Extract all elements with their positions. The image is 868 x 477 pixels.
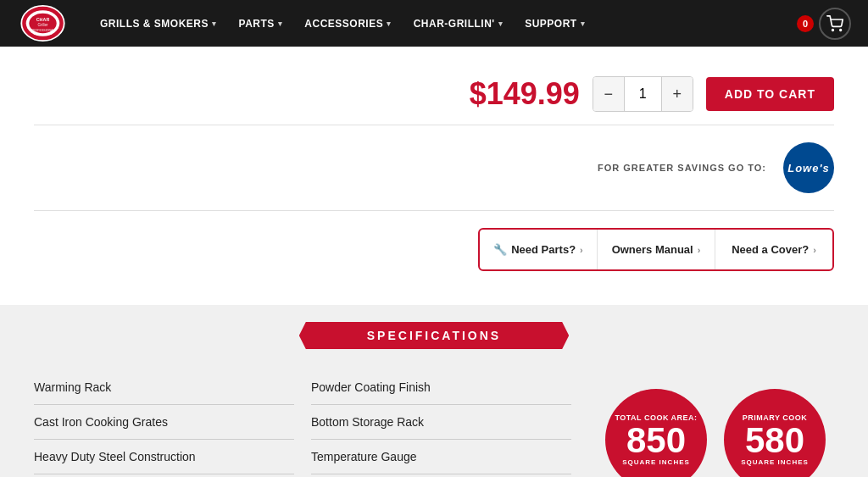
chevron-right-icon: › <box>698 245 701 255</box>
list-item: Warming Rack <box>34 370 294 405</box>
wrench-icon: 🔧 <box>493 243 507 256</box>
svg-text:Griller: Griller <box>37 23 48 27</box>
chevron-down-icon: ▾ <box>212 19 217 28</box>
owners-manual-link[interactable]: Owners Manual › <box>598 230 715 269</box>
circle-label-bottom: SQUARE INCHES <box>741 458 809 466</box>
add-to-cart-button[interactable]: ADD TO CART <box>706 77 834 111</box>
qty-input[interactable] <box>624 77 662 111</box>
nav-item-accessories[interactable]: ACCESSORIES ▾ <box>298 14 398 34</box>
list-item: Powder Coating Finish <box>311 370 571 405</box>
specs-circles: TOTAL COOK AREA: 850 SQUARE INCHES PRIMA… <box>588 370 834 477</box>
chevron-right-icon: › <box>580 245 583 255</box>
logo[interactable]: CHAR Griller PROFESSIONAL <box>17 3 68 45</box>
specs-section: SPECIFICATIONS Warming Rack Cast Iron Co… <box>0 305 868 477</box>
chevron-right-icon: › <box>813 245 816 255</box>
qty-decrease-button[interactable]: − <box>593 77 624 111</box>
circle-label-bottom: SQUARE INCHES <box>622 458 690 466</box>
circle-number: 580 <box>745 423 804 458</box>
purchase-row: $149.99 − + ADD TO CART <box>34 64 834 125</box>
lowes-logo[interactable]: Lowe's <box>783 142 834 193</box>
circle-number: 850 <box>626 423 686 458</box>
nav-item-char-grillin[interactable]: CHAR-GRILLIN' ▾ <box>407 14 510 34</box>
nav-item-grills[interactable]: GRILLS & SMOKERS ▾ <box>93 14 224 34</box>
chevron-down-icon: ▾ <box>581 19 586 28</box>
cart-button[interactable] <box>819 8 851 40</box>
quantity-control: − + <box>593 76 693 112</box>
specs-title: SPECIFICATIONS <box>299 322 569 349</box>
nav-links: GRILLS & SMOKERS ▾ PARTS ▾ ACCESSORIES ▾… <box>93 14 771 34</box>
navbar: CHAR Griller PROFESSIONAL GRILLS & SMOKE… <box>0 0 868 47</box>
specs-body: Warming Rack Cast Iron Cooking Grates He… <box>34 370 834 477</box>
main-content: $149.99 − + ADD TO CART FOR GREATER SAVI… <box>0 47 868 305</box>
svg-text:CHAR: CHAR <box>36 17 49 22</box>
list-item: Heavy Duty Steel Construction <box>34 440 294 474</box>
qty-increase-button[interactable]: + <box>662 77 693 111</box>
nav-item-support[interactable]: SUPPORT ▾ <box>518 14 592 34</box>
svg-text:PROFESSIONAL: PROFESSIONAL <box>31 29 54 32</box>
svg-point-7 <box>840 29 842 31</box>
lowes-row: FOR GREATER SAVINGS GO TO: Lowe's <box>34 125 834 211</box>
chevron-down-icon: ▾ <box>278 19 283 28</box>
svg-point-6 <box>832 29 834 31</box>
total-cook-area-circle: TOTAL COOK AREA: 850 SQUARE INCHES <box>605 389 707 477</box>
list-item: Temperature Gauge <box>311 440 571 474</box>
chevron-down-icon: ▾ <box>387 19 392 28</box>
list-item: Bottom Storage Rack <box>311 405 571 440</box>
specs-title-wrap: SPECIFICATIONS <box>34 322 834 349</box>
cart-count: 0 <box>797 15 814 32</box>
nav-item-parts[interactable]: PARTS ▾ <box>232 14 290 34</box>
need-parts-link[interactable]: 🔧 Need Parts? › <box>480 230 598 269</box>
savings-text: FOR GREATER SAVINGS GO TO: <box>598 163 766 173</box>
product-price: $149.99 <box>470 76 580 112</box>
chevron-down-icon: ▾ <box>498 19 504 28</box>
cart-area: 0 <box>797 8 851 40</box>
list-item: Cast Iron Cooking Grates <box>34 405 294 440</box>
need-cover-link[interactable]: Need a Cover? › <box>715 230 832 269</box>
primary-cook-circle: PRIMARY COOK 580 SQUARE INCHES <box>724 389 826 477</box>
specs-left-column: Warming Rack Cast Iron Cooking Grates He… <box>34 370 294 477</box>
specs-right-column: Powder Coating Finish Bottom Storage Rac… <box>311 370 571 477</box>
quick-links-row: 🔧 Need Parts? › Owners Manual › Need a C… <box>478 228 834 271</box>
